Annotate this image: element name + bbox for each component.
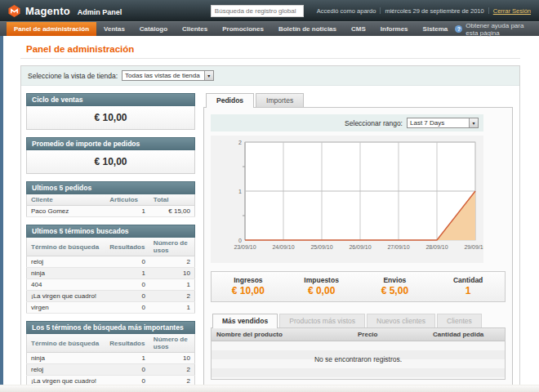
store-switcher: Seleccione la vista de tienda: Todas las… (21, 66, 519, 86)
orders-area-chart: 23/09/1024/09/1025/09/1026/09/1027/09/10… (211, 136, 483, 261)
store-view-selected-value: Todas las vistas de tienda (122, 72, 204, 79)
column-header: Número de usos (149, 334, 195, 353)
table-header-row: Término de búsquedaResultadosNúmero de u… (27, 238, 195, 256)
current-date-text: miércoles 29 de septiembre de 2010 (385, 7, 483, 15)
table-row[interactable]: virgen01 (27, 302, 195, 314)
table-row[interactable]: ¡La virgen que cuadro!02 (27, 291, 195, 302)
help-label: Obtener ayuda para esta página (466, 22, 531, 37)
table-cell: 0 (105, 291, 149, 302)
grid-column-header: Cantidad pedida (433, 331, 505, 338)
tab-pedidos[interactable]: Pedidos (206, 93, 254, 108)
column-header: Resultados (105, 238, 149, 256)
last-orders-title: Ultimos 5 pedidos (26, 181, 195, 194)
sales-cycle-value: € 10,00 (26, 106, 195, 130)
dashboard-sidebar: Ciclo de ventas € 10,00 Promedio de impo… (26, 93, 195, 392)
table-cell: 0 (105, 364, 149, 376)
column-header: Total (149, 194, 195, 206)
grid-column-header: Precio (358, 331, 433, 338)
help-link[interactable]: ? Obtener ayuda para esta página (455, 22, 539, 36)
top-search-terms-title: Los 5 términos de búsqueda más important… (26, 321, 195, 334)
dashboard-container: Seleccione la vista de tienda: Todas las… (20, 65, 520, 392)
tab-mas-vendidos[interactable]: Más vendidos (212, 314, 278, 328)
table-header-row: Término de búsquedaResultadosNúmero de u… (27, 334, 195, 353)
average-order-title: Promedio de importe de pedidos (26, 137, 195, 150)
nav-tab-promociones[interactable]: Promociones (215, 22, 271, 36)
nav-tab-informes[interactable]: Informes (373, 22, 416, 36)
table-cell: 10 (149, 268, 195, 279)
tab-importes[interactable]: Importes (256, 93, 304, 107)
nav-tab-cms[interactable]: CMS (344, 22, 373, 36)
svg-text:28/09/10: 28/09/10 (425, 244, 448, 250)
total-value: € 5,00 (359, 285, 432, 296)
magento-logo-icon (8, 5, 20, 17)
orders-amounts-tabs: PedidosImportes (206, 93, 513, 107)
nav-tab-sistema[interactable]: Sistema (416, 22, 456, 36)
total-label: Cantidad (431, 276, 505, 284)
admin-header: Magento Admin Panel Accedió como apardo … (0, 0, 539, 21)
table-row[interactable]: Paco Gomez1€ 15,00 (27, 206, 195, 217)
totals-bar: Ingresos€ 10,00Impuestos€ 0,00Envios€ 5,… (211, 271, 506, 302)
nav-tab-clientes[interactable]: Clientes (175, 22, 215, 36)
report-tabs: Más vendidosProductos más vistosNuevos c… (212, 314, 506, 327)
bestsellers-grid: Nombre del productoPrecioCantidad pedida… (211, 327, 506, 380)
chevron-down-icon: ▾ (204, 71, 213, 80)
logout-link[interactable]: Cerrar Sesión (493, 7, 531, 15)
chevron-down-icon: ▾ (469, 118, 478, 127)
page-title: Panel de administración (26, 44, 539, 54)
table-row[interactable]: ninja110 (27, 353, 195, 364)
table-row[interactable]: reloj02 (27, 364, 195, 376)
divider (20, 58, 520, 59)
store-view-select[interactable]: Todas las vistas de tienda ▾ (122, 70, 214, 81)
logged-in-as-text: Accedió como apardo (317, 7, 376, 15)
nav-tab-dashboard[interactable]: Panel de administración (7, 22, 96, 36)
average-order-value: € 10,00 (26, 150, 195, 174)
table-cell: 0 (105, 279, 149, 291)
dashboard-main: PedidosImportes Seleccionar rango: Last … (203, 93, 513, 392)
nav-tab-boletin-de-noticias[interactable]: Boletín de noticias (271, 22, 344, 36)
svg-text:26/09/10: 26/09/10 (349, 244, 371, 250)
left-accent-strip (0, 36, 3, 392)
svg-text:24/09/10: 24/09/10 (272, 244, 294, 250)
range-select[interactable]: Last 7 Days ▾ (407, 118, 479, 128)
brand-name: Magento (25, 5, 70, 17)
total-label: Ingresos (212, 276, 285, 284)
top-search-terms-block: Los 5 términos de búsqueda más important… (26, 321, 195, 392)
table-cell: ninja (27, 268, 106, 279)
nav-tab-ventas[interactable]: Ventas (96, 22, 132, 36)
table-cell: ¡La virgen que cuadro! (27, 291, 106, 302)
svg-text:2: 2 (238, 140, 242, 145)
table-cell: 0 (105, 256, 149, 268)
table-cell: 1 (105, 353, 149, 364)
store-switcher-label: Seleccione la vista de tienda: (28, 72, 118, 80)
table-row[interactable]: ninja110 (27, 268, 195, 279)
table-row[interactable]: 40401 (27, 279, 195, 291)
range-bar: Seleccionar rango: Last 7 Days ▾ (211, 114, 483, 131)
tab-productos-mas-vistos[interactable]: Productos más vistos (279, 314, 365, 327)
column-header: Término de búsqueda (27, 334, 106, 353)
chart-zone: Seleccionar rango: Last 7 Days ▾ 23/09/1… (211, 114, 483, 263)
column-header: Cliente (27, 194, 106, 206)
divider (380, 7, 381, 14)
svg-text:29/09/10: 29/09/10 (464, 244, 483, 250)
table-cell: 1 (105, 206, 149, 217)
svg-text:23/09/10: 23/09/10 (234, 244, 256, 250)
top-search-terms-table: Término de búsquedaResultadosNúmero de u… (26, 334, 195, 392)
table-cell: reloj (27, 364, 106, 376)
main-nav: Panel de administraciónVentasCatálogoCli… (0, 21, 539, 36)
total-value: 1 (431, 285, 505, 296)
tab-clientes[interactable]: Clientes (437, 314, 482, 327)
tab-nuevos-clientes[interactable]: Nuevos clientes (367, 314, 435, 327)
total-impuestos: Impuestos€ 0,00 (285, 276, 359, 296)
global-search-input[interactable] (211, 5, 304, 17)
table-row[interactable]: reloj02 (27, 256, 195, 268)
table-cell: 2 (149, 256, 195, 268)
average-order-block: Promedio de importe de pedidos € 10,00 (26, 137, 195, 174)
user-info: Accedió como apardo miércoles 29 de sept… (317, 7, 531, 15)
svg-text:27/09/10: 27/09/10 (387, 244, 409, 250)
last-search-terms-table: Término de búsquedaResultadosNúmero de u… (26, 238, 195, 314)
table-cell: Paco Gomez (27, 206, 106, 217)
nav-tab-catalogo[interactable]: Catálogo (132, 22, 175, 36)
brand-subtitle: Admin Panel (78, 6, 122, 16)
table-cell: 1 (149, 302, 195, 314)
table-cell: 2 (149, 364, 195, 376)
